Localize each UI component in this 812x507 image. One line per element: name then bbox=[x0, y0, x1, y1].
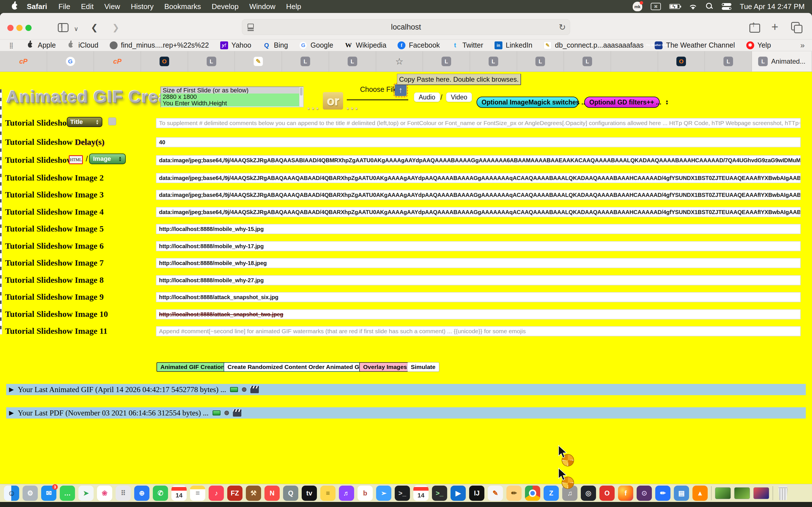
bookmark-wikipedia[interactable]: WWikipedia bbox=[345, 41, 386, 49]
slideshow-image-3-input[interactable]: data:image/jpeg;base64,/9j/4AAQSkZJRgABA… bbox=[156, 190, 801, 200]
dock-opera[interactable]: O bbox=[599, 486, 615, 501]
keyboard-icon[interactable]: ⌘ bbox=[651, 3, 661, 10]
browser-tab-6[interactable]: ✎ bbox=[235, 51, 282, 71]
share-icon[interactable] bbox=[749, 21, 759, 33]
minimize-button[interactable] bbox=[16, 25, 22, 31]
browser-tab-9[interactable]: ☆ bbox=[376, 51, 423, 71]
dock-chrome[interactable] bbox=[525, 486, 540, 501]
size-option-custom[interactable]: You Enter Width,Height bbox=[161, 100, 303, 107]
gif-preview-icon[interactable] bbox=[230, 387, 238, 392]
dock-facetime[interactable]: ✆ bbox=[153, 486, 168, 501]
image-select[interactable]: Image▲▼ bbox=[89, 154, 126, 164]
dock-launchpad[interactable]: ⠿ bbox=[116, 486, 131, 501]
dock-docs[interactable]: ▤ bbox=[674, 486, 689, 501]
spotlight-search-icon[interactable] bbox=[706, 3, 713, 10]
dock-finder[interactable]: ☺ bbox=[4, 486, 19, 501]
dock-mail[interactable]: ✉3 bbox=[41, 486, 56, 501]
dock-trash[interactable] bbox=[776, 486, 790, 501]
simulate-button[interactable]: Simulate bbox=[407, 362, 439, 372]
bookmark-twitter[interactable]: tTwitter bbox=[451, 41, 483, 49]
bookmark-weather-channel[interactable]: The Weather ChannelThe Weather Channel bbox=[655, 41, 735, 49]
randomized-gif-button[interactable]: Create Randomized Content Order Animated… bbox=[223, 362, 368, 372]
dock-tor[interactable]: ⊙ bbox=[637, 486, 652, 501]
menu-item-history[interactable]: History bbox=[125, 2, 159, 11]
address-bar[interactable]: localhost ↻ bbox=[242, 19, 570, 35]
bookmark-facebook[interactable]: fFacebook bbox=[398, 41, 440, 49]
bookmark-find-minus[interactable]: find_minus....rep+%22s%22 bbox=[110, 41, 209, 49]
dock-news[interactable]: N bbox=[264, 486, 280, 501]
back-button[interactable]: ❮ bbox=[91, 22, 98, 33]
dock-terminal-dark[interactable]: >_ bbox=[432, 486, 447, 501]
browser-tab-5[interactable]: L bbox=[188, 51, 235, 71]
browser-tab-14[interactable] bbox=[611, 51, 658, 71]
overlay-images-button[interactable]: Overlay Images bbox=[359, 362, 411, 372]
last-pdf-bar[interactable]: ▶ Your Last PDF (November 03 2021 06:14:… bbox=[6, 407, 806, 418]
size-option-current[interactable]: 2880 x 1800 bbox=[161, 94, 303, 100]
apple-menu-icon[interactable] bbox=[8, 2, 21, 11]
favorites-grid-icon[interactable]: ⣿ bbox=[7, 41, 15, 49]
clapperboard-icon[interactable] bbox=[250, 386, 259, 393]
dock-safari[interactable]: ⊕ bbox=[134, 486, 149, 501]
dock-tv[interactable]: tv bbox=[302, 486, 317, 501]
browser-tab-10[interactable]: L bbox=[423, 51, 470, 71]
dock-compass[interactable]: ➢ bbox=[376, 486, 391, 501]
minimized-window-2[interactable] bbox=[734, 487, 750, 499]
menu-item-help[interactable]: Help bbox=[281, 2, 306, 11]
bookmark-db-connect[interactable]: ✎db_connect.p...aaasaaafaas bbox=[544, 41, 644, 49]
size-option-header[interactable]: Size of First Slide (or as below) bbox=[161, 87, 303, 94]
slideshow-image-2-input[interactable]: data:image/jpeg;base64,/9j/4AAQSkZJRgABA… bbox=[156, 173, 801, 183]
reader-view-icon[interactable] bbox=[247, 23, 254, 31]
slideshow-image-1-input[interactable]: data:image/jpeg;base64,/9j/4AAQSkZJRgABA… bbox=[156, 155, 801, 165]
animated-gif-creation-button[interactable]: Animated GIF Creation bbox=[156, 362, 229, 372]
tab-overview-icon[interactable] bbox=[791, 22, 802, 32]
bookmark-google[interactable]: GGoogle bbox=[299, 41, 333, 49]
minimized-window-3[interactable] bbox=[753, 487, 769, 499]
browser-tab-2[interactable]: G bbox=[47, 51, 94, 71]
browser-tab-17-active[interactable]: LAnimated... bbox=[752, 51, 812, 71]
dock-homebrew[interactable]: ⚒ bbox=[246, 486, 261, 501]
browser-tab-1[interactable]: cP bbox=[0, 51, 47, 71]
dock-quicktime[interactable]: ▶ bbox=[451, 486, 466, 501]
speaker-icon[interactable] bbox=[242, 387, 246, 392]
delay-input[interactable]: 40 bbox=[156, 137, 801, 147]
close-button[interactable] bbox=[7, 25, 13, 31]
clapperboard-icon[interactable] bbox=[233, 409, 241, 416]
menu-item-develop[interactable]: Develop bbox=[206, 2, 244, 11]
audio-button[interactable]: Audio bbox=[414, 93, 440, 102]
dock-firefox[interactable]: f bbox=[618, 486, 633, 501]
slideshow-image-8-input[interactable]: http://localhost:8888/mobile_why-27.jpg bbox=[156, 275, 801, 285]
title-select[interactable]: Title▲▼ bbox=[67, 117, 102, 127]
last-gif-bar[interactable]: ▶ Your Last Animated GIF (April 14 2026 … bbox=[6, 384, 806, 395]
browser-tab-11[interactable]: L bbox=[470, 51, 517, 71]
control-center-icon[interactable] bbox=[722, 3, 731, 10]
menu-item-view[interactable]: View bbox=[99, 2, 125, 11]
dock-pencil-editor[interactable]: ✏ bbox=[655, 486, 670, 501]
wifi-icon[interactable] bbox=[689, 3, 698, 10]
gd-filters-select[interactable]: Optional GD filters++ ... ▲▼ bbox=[584, 97, 660, 108]
dock-messages[interactable]: … bbox=[60, 486, 75, 501]
forward-button[interactable]: ❯ bbox=[112, 22, 119, 33]
slideshow-image-10-input[interactable]: http://localhost:8888/attack_snapshot_tw… bbox=[156, 309, 801, 320]
sidebar-toggle-icon[interactable] bbox=[58, 23, 68, 32]
menu-item-edit[interactable]: Edit bbox=[75, 2, 99, 11]
pdf-preview-icon[interactable] bbox=[213, 410, 220, 415]
new-tab-button[interactable]: + bbox=[771, 20, 778, 34]
minimized-window-1[interactable] bbox=[715, 487, 731, 499]
dock-terminal[interactable]: >_ bbox=[395, 486, 410, 501]
dock-stickies[interactable]: ≡ bbox=[320, 486, 336, 501]
dock-notes[interactable]: ≡ bbox=[190, 486, 205, 501]
dock-bear[interactable]: b bbox=[357, 486, 373, 501]
title-config-input[interactable]: To supplement # delimited comments below… bbox=[156, 118, 801, 128]
menu-item-file[interactable]: File bbox=[53, 2, 75, 11]
browser-tab-16[interactable]: L bbox=[705, 51, 752, 71]
dock-keychain[interactable]: Q bbox=[283, 486, 298, 501]
html-mode-chip[interactable]: HTML bbox=[69, 155, 83, 164]
browser-tab-12[interactable]: L bbox=[517, 51, 564, 71]
bookmark-apple[interactable]: Apple bbox=[27, 41, 56, 49]
dock-settings[interactable]: ⚙ bbox=[22, 486, 38, 501]
bookmarks-overflow-chevron[interactable]: » bbox=[800, 41, 805, 50]
bookmark-bing[interactable]: QBing bbox=[262, 41, 288, 49]
battery-icon[interactable]: ϟ bbox=[669, 4, 680, 9]
upload-drop-icon[interactable]: ↑ bbox=[395, 84, 407, 96]
browser-tab-8[interactable]: L bbox=[329, 51, 376, 71]
